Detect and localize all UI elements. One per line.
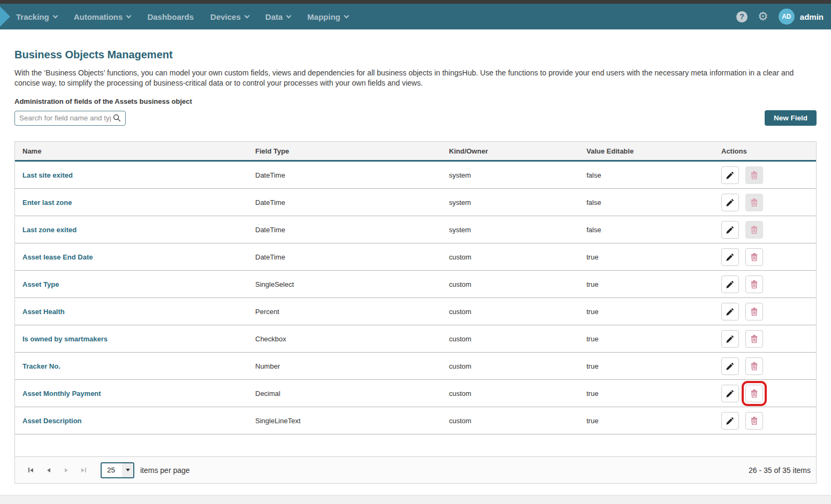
kind-owner-value: custom <box>441 308 579 316</box>
edit-field-button[interactable] <box>721 412 739 430</box>
table-row: Asset Type SingleSelect custom true <box>15 271 816 298</box>
table-empty-row <box>15 434 816 456</box>
field-type-value: DateTime <box>248 198 441 207</box>
column-header-actions: Actions <box>714 147 816 155</box>
field-type-value: DateTime <box>248 226 441 234</box>
edit-field-button[interactable] <box>721 194 739 211</box>
delete-field-button[interactable] <box>745 303 763 320</box>
delete-field-button-highlighted[interactable] <box>745 385 763 402</box>
new-field-button[interactable]: New Field <box>765 110 817 126</box>
value-editable-value: true <box>579 308 714 316</box>
kind-owner-value: custom <box>441 417 579 425</box>
user-menu[interactable]: AD admin <box>779 9 824 25</box>
edit-field-button[interactable] <box>721 303 739 320</box>
value-editable-value: true <box>579 417 714 425</box>
kind-owner-value: custom <box>441 390 579 398</box>
kind-owner-value: custom <box>441 362 579 370</box>
first-page-button[interactable] <box>22 461 40 479</box>
previous-page-button[interactable] <box>40 461 57 479</box>
kind-owner-value: custom <box>441 280 579 288</box>
table-row: Asset Description SingleLineText custom … <box>15 407 816 434</box>
value-editable-value: false <box>579 226 714 234</box>
delete-field-button[interactable] <box>745 330 763 348</box>
field-name-link[interactable]: Last site exited <box>22 171 73 179</box>
toolbar: New Field <box>14 110 817 126</box>
next-page-button[interactable] <box>57 461 75 479</box>
field-name-link[interactable]: Tracker No. <box>22 362 60 370</box>
edit-field-button[interactable] <box>721 248 739 266</box>
top-navbar: Tracking Automations Dashboards Devices … <box>0 4 831 29</box>
search-input[interactable] <box>19 114 111 122</box>
field-name-link[interactable]: Is owned by smartmakers <box>22 335 108 343</box>
items-per-page-label: items per page <box>140 466 190 475</box>
field-name-link[interactable]: Asset Description <box>22 417 82 425</box>
value-editable-value: true <box>579 253 714 261</box>
delete-field-button[interactable] <box>745 412 763 430</box>
chevron-down-icon <box>244 13 249 18</box>
delete-field-button[interactable] <box>745 357 763 375</box>
field-name-link[interactable]: Asset Monthly Payment <box>22 390 101 398</box>
field-type-value: Number <box>248 362 441 370</box>
table-row: Is owned by smartmakers Checkbox custom … <box>15 325 816 353</box>
edit-field-button[interactable] <box>721 221 739 239</box>
edit-field-button[interactable] <box>721 276 739 293</box>
fields-table: Name Field Type Kind/Owner Value Editabl… <box>14 141 817 484</box>
nav-item-automations[interactable]: Automations <box>74 12 131 21</box>
delete-field-button <box>745 221 763 239</box>
help-icon[interactable]: ? <box>736 11 748 22</box>
chevron-down-icon <box>126 13 132 18</box>
search-box <box>14 111 126 126</box>
field-name-link[interactable]: Asset lease End Date <box>22 253 93 261</box>
field-name-link[interactable]: Asset Type <box>22 280 59 288</box>
nav-item-tracking[interactable]: Tracking <box>16 12 57 21</box>
field-name-link[interactable]: Enter last zone <box>22 198 72 207</box>
field-name-link[interactable]: Last zone exited <box>22 226 77 234</box>
field-type-value: DateTime <box>248 171 441 179</box>
value-editable-value: true <box>579 390 714 398</box>
chevron-down-icon <box>122 463 133 477</box>
value-editable-value: false <box>579 171 714 179</box>
table-row: Last site exited DateTime system false <box>15 162 816 189</box>
table-body: Last site exited DateTime system false <box>15 162 816 434</box>
gear-icon[interactable]: ⚙ <box>758 11 768 22</box>
field-type-value: Percent <box>248 308 441 316</box>
field-type-value: Checkbox <box>248 335 441 343</box>
nav-item-mapping[interactable]: Mapping <box>307 12 348 21</box>
navbar-right: ? ⚙ AD admin <box>736 9 831 25</box>
last-page-button[interactable] <box>75 461 93 479</box>
edit-field-button[interactable] <box>721 166 739 184</box>
table-row: Asset Monthly Payment Decimal custom tru… <box>15 380 816 407</box>
column-header-kind-owner: Kind/Owner <box>441 147 579 155</box>
edit-field-button[interactable] <box>721 357 739 375</box>
search-icon[interactable] <box>113 114 121 122</box>
page-title: Business Objects Management <box>14 29 817 61</box>
kind-owner-value: system <box>441 226 579 234</box>
sidebar-expand-arrow-icon[interactable] <box>0 6 10 27</box>
value-editable-value: false <box>579 198 714 207</box>
table-row: Tracker No. Number custom true <box>15 353 816 380</box>
field-name-link[interactable]: Asset Health <box>22 308 65 316</box>
edit-field-button[interactable] <box>721 385 739 402</box>
delete-field-button[interactable] <box>745 276 763 293</box>
table-header: Name Field Type Kind/Owner Value Editabl… <box>15 142 816 162</box>
nav-item-data[interactable]: Data <box>265 12 291 21</box>
column-header-value-editable: Value Editable <box>579 147 714 155</box>
edit-field-button[interactable] <box>721 330 739 348</box>
kind-owner-value: system <box>441 198 579 207</box>
column-header-field-type: Field Type <box>248 147 441 155</box>
field-type-value: Decimal <box>248 390 441 398</box>
pagination-range-label: 26 - 35 of 35 items <box>749 466 816 475</box>
page-description: With the ‘Business Objects’ functions, y… <box>14 68 817 88</box>
items-per-page-select[interactable]: 25 <box>101 462 134 478</box>
nav-item-devices[interactable]: Devices <box>210 12 249 21</box>
chevron-down-icon <box>286 13 292 18</box>
username-label: admin <box>800 12 824 21</box>
window-top-strip <box>0 0 831 4</box>
items-per-page-value: 25 <box>102 463 122 477</box>
table-row: Last zone exited DateTime system false <box>15 216 816 243</box>
table-row: Asset Health Percent custom true <box>15 298 816 325</box>
delete-field-button <box>745 166 763 184</box>
delete-field-button[interactable] <box>745 248 763 266</box>
nav-item-dashboards[interactable]: Dashboards <box>147 12 194 21</box>
chevron-down-icon <box>344 13 349 18</box>
